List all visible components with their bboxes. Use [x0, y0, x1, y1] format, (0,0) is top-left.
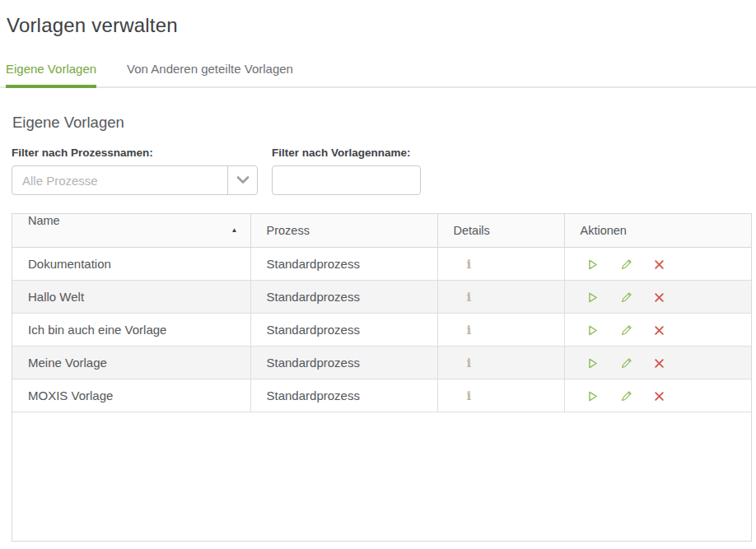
x-icon[interactable]	[654, 325, 665, 336]
table-row: Ich bin auch eine Vorlage Standardprozes…	[12, 314, 751, 347]
pencil-icon[interactable]	[620, 258, 632, 271]
table-row: MOXIS Vorlage Standardprozess i	[12, 379, 751, 412]
template-process-cell: Standardprozess	[250, 347, 437, 379]
x-icon[interactable]	[654, 391, 665, 402]
process-filter-value: Alle Prozesse	[22, 174, 98, 188]
play-icon[interactable]	[586, 291, 599, 304]
pencil-icon[interactable]	[620, 357, 632, 370]
pencil-icon[interactable]	[620, 390, 632, 402]
template-name-cell: MOXIS Vorlage	[12, 379, 250, 412]
column-header-details: Details	[437, 214, 564, 248]
template-process-cell: Standardprozess	[250, 248, 437, 281]
chevron-down-icon	[227, 166, 257, 194]
info-icon[interactable]: i	[467, 257, 472, 272]
play-icon[interactable]	[586, 258, 599, 271]
page-title: Vorlagen verwalten	[0, 0, 756, 37]
table-header-row: Name ▲ Prozess Details Aktionen	[12, 214, 751, 248]
filter-bar: Filter nach Prozessnamen: Alle Prozesse …	[12, 147, 756, 195]
column-header-prozess[interactable]: Prozess	[250, 214, 437, 248]
template-name-cell: Ich bin auch eine Vorlage	[12, 314, 250, 347]
template-process-cell: Standardprozess	[250, 379, 437, 412]
tab-eigene-vorlagen[interactable]: Eigene Vorlagen	[6, 62, 96, 88]
column-header-name[interactable]: Name ▲	[12, 214, 250, 248]
info-icon[interactable]: i	[467, 388, 472, 403]
info-icon[interactable]: i	[467, 323, 472, 337]
template-process-cell: Standardprozess	[250, 314, 437, 347]
template-name-cell: Dokumentation	[12, 248, 250, 281]
template-process-cell: Standardprozess	[250, 281, 437, 314]
play-icon[interactable]	[586, 390, 599, 402]
template-name-cell: Hallo Welt	[12, 281, 250, 314]
tab-bar: Eigene Vorlagen Von Anderen geteilte Vor…	[0, 62, 756, 88]
process-filter-label: Filter nach Prozessnamen:	[12, 147, 258, 159]
info-icon[interactable]: i	[467, 290, 472, 305]
x-icon[interactable]	[654, 292, 665, 303]
table-row: Meine Vorlage Standardprozess i	[12, 347, 751, 379]
pencil-icon[interactable]	[620, 324, 632, 337]
section-heading: Eigene Vorlagen	[12, 114, 756, 132]
play-icon[interactable]	[586, 357, 599, 370]
tab-geteilte-vorlagen[interactable]: Von Anderen geteilte Vorlagen	[127, 62, 293, 86]
sort-asc-icon: ▲	[231, 214, 238, 247]
table-row: Hallo Welt Standardprozess i	[12, 281, 751, 314]
table-row: Dokumentation Standardprozess i	[12, 248, 751, 281]
x-icon[interactable]	[654, 358, 665, 369]
template-filter-label: Filter nach Vorlagenname:	[272, 147, 421, 159]
template-name-cell: Meine Vorlage	[12, 347, 250, 379]
column-header-aktionen: Aktionen	[564, 214, 751, 248]
process-filter: Filter nach Prozessnamen: Alle Prozesse	[12, 147, 258, 195]
pencil-icon[interactable]	[620, 291, 632, 304]
play-icon[interactable]	[586, 324, 599, 337]
template-filter: Filter nach Vorlagenname:	[272, 147, 421, 195]
info-icon[interactable]: i	[467, 356, 472, 370]
x-icon[interactable]	[654, 259, 665, 270]
template-filter-input[interactable]	[272, 165, 421, 195]
page: Vorlagen verwalten Eigene Vorlagen Von A…	[0, 0, 756, 549]
templates-table: Name ▲ Prozess Details Aktionen Dokument…	[12, 213, 752, 542]
process-filter-select[interactable]: Alle Prozesse	[12, 165, 258, 195]
column-header-name-label: Name	[28, 214, 60, 227]
